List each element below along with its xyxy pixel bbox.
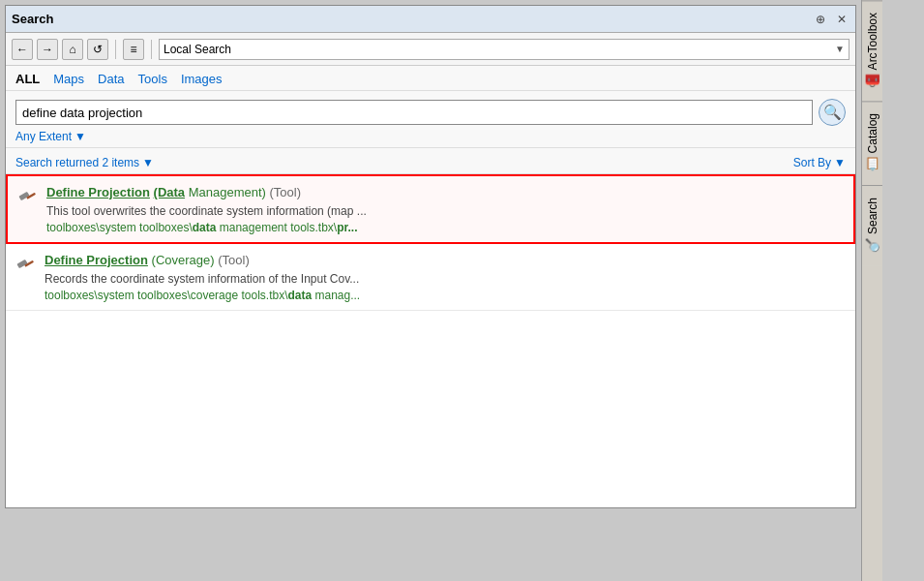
close-button[interactable]: ✕ [834, 13, 849, 26]
result-title: Define Projection (Data Management) (Too… [46, 184, 844, 201]
search-sidebar-label: Search [866, 198, 879, 234]
extent-dropdown[interactable]: Any Extent ▼ [15, 130, 86, 143]
sort-by-arrow: ▼ [834, 156, 846, 169]
search-button[interactable]: 🔍 [819, 99, 846, 126]
result-path: toolboxes\system toolboxes\coverage tool… [45, 289, 846, 302]
refresh-icon: ↺ [93, 43, 103, 56]
result-path: toolboxes\system toolboxes\data manageme… [46, 221, 844, 234]
result-title-paren1: (Data [154, 185, 186, 199]
home-button[interactable]: ⌂ [62, 39, 83, 60]
tab-images[interactable]: Images [181, 72, 223, 86]
search-row: 🔍 [15, 99, 846, 126]
result-title-type: (Tool) [270, 185, 302, 199]
sidebar-tab-arctoolbox[interactable]: 🧰 ArcToolbox [862, 0, 882, 101]
forward-icon: → [42, 43, 53, 56]
results-count[interactable]: Search returned 2 items ▼ [15, 156, 154, 169]
result-content: Define Projection (Coverage) (Tool) Reco… [45, 252, 846, 302]
result-title-type: (Tool) [218, 253, 250, 267]
filter-tabs-bar: ALL Maps Data Tools Images [6, 66, 855, 91]
tab-data[interactable]: Data [98, 72, 124, 86]
title-bar-controls: ⊕ ✕ [813, 13, 849, 26]
results-count-arrow: ▼ [142, 156, 154, 169]
dropdown-arrow: ▼ [835, 44, 845, 54]
search-sidebar-icon: 🔍 [865, 238, 879, 254]
result-desc: This tool overwrites the coordinate syst… [46, 203, 844, 220]
toolbar: ← → ⌂ ↺ ≡ Local Search ▼ [6, 33, 855, 66]
result-path-bold2: pr... [337, 221, 357, 234]
result-path-bold1: data [193, 221, 217, 234]
back-button[interactable]: ← [12, 39, 33, 60]
result-item[interactable]: Define Projection (Coverage) (Tool) Reco… [6, 244, 855, 311]
result-title-main: Define Projection [46, 185, 150, 199]
result-path-suffix: manag... [312, 289, 360, 302]
home-icon: ⌂ [69, 43, 75, 56]
pin-button[interactable]: ⊕ [813, 13, 828, 26]
arctoolbox-label: ArcToolbox [866, 13, 879, 70]
right-sidebar: 🧰 ArcToolbox 📋 Catalog 🔍 Search [861, 0, 882, 581]
sort-by-dropdown[interactable]: Sort By ▼ [793, 156, 846, 169]
result-title-paren1-rest: Management) [189, 185, 266, 199]
toolbar-separator [115, 40, 116, 59]
result-title-paren: (Coverage) [152, 253, 215, 267]
tool-icon [17, 186, 39, 207]
results-list: Define Projection (Data Management) (Too… [6, 174, 855, 507]
svg-rect-2 [16, 260, 27, 268]
result-item[interactable]: Define Projection (Data Management) (Too… [6, 174, 855, 244]
results-header: Search returned 2 items ▼ Sort By ▼ [6, 148, 855, 174]
search-scope-label: Local Search [164, 43, 231, 56]
extent-row: Any Extent ▼ [15, 130, 846, 143]
search-panel: Search ⊕ ✕ ← → ⌂ ↺ ≡ [5, 5, 856, 508]
catalog-icon: 📋 [865, 158, 879, 173]
extent-arrow: ▼ [75, 130, 86, 143]
result-content: Define Projection (Data Management) (Too… [46, 184, 844, 234]
extent-label: Any Extent [15, 130, 72, 143]
catalog-label: Catalog [866, 113, 879, 153]
result-path-prefix: toolboxes\system toolboxes\coverage tool… [45, 289, 287, 302]
list-button[interactable]: ≡ [123, 39, 144, 60]
title-bar: Search ⊕ ✕ [6, 6, 855, 33]
sidebar-tab-catalog[interactable]: 📋 Catalog [862, 101, 882, 184]
tool-icon [15, 254, 37, 275]
refresh-button[interactable]: ↺ [87, 39, 108, 60]
back-icon: ← [16, 43, 28, 56]
sort-by-label: Sort By [793, 156, 831, 169]
result-desc: Records the coordinate system informatio… [45, 271, 846, 288]
svg-rect-0 [18, 192, 29, 200]
result-title-main: Define Projection [45, 253, 148, 267]
search-input[interactable] [15, 100, 813, 125]
result-path-bold1: data [287, 289, 312, 302]
tab-all[interactable]: ALL [15, 72, 40, 86]
panel-title: Search [12, 12, 53, 26]
search-area: 🔍 Any Extent ▼ [6, 91, 855, 148]
result-path-mid: management tools.tbx\ [216, 221, 337, 234]
tab-tools[interactable]: Tools [138, 72, 167, 86]
result-title: Define Projection (Coverage) (Tool) [45, 252, 846, 269]
search-icon: 🔍 [823, 104, 842, 121]
sidebar-tab-search[interactable]: 🔍 Search [862, 185, 882, 265]
toolbar-separator2 [151, 40, 152, 59]
tab-maps[interactable]: Maps [53, 72, 84, 86]
result-path-prefix: toolboxes\system toolboxes\ [46, 221, 193, 234]
search-scope-dropdown[interactable]: Local Search ▼ [159, 39, 849, 60]
arctoolbox-icon: 🧰 [865, 74, 879, 89]
results-count-label: Search returned 2 items [15, 156, 139, 169]
forward-button[interactable]: → [37, 39, 58, 60]
list-icon: ≡ [130, 43, 136, 56]
